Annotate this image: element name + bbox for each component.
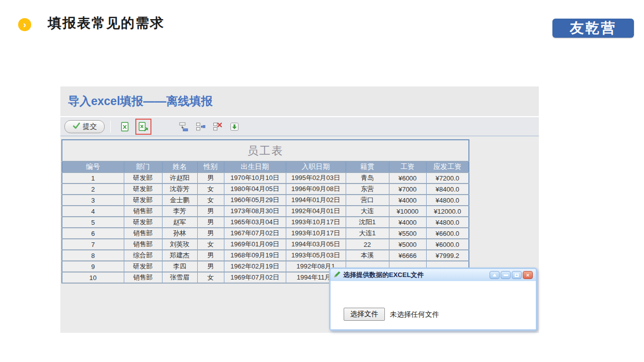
- table-cell: 女: [197, 195, 224, 206]
- table-cell: 1962年02月19日: [224, 261, 286, 272]
- table-cell: 东营: [346, 184, 389, 195]
- table-cell: ¥6666: [389, 250, 426, 261]
- table-cell: 男: [197, 228, 224, 239]
- table-cell: ¥6600.0: [426, 228, 469, 239]
- table-cell: 1993年10月17日: [286, 228, 346, 239]
- table-cell: 刘英玫: [162, 239, 197, 250]
- minimize-icon: [504, 275, 508, 276]
- submit-button[interactable]: 提交: [64, 120, 105, 133]
- table-cell: ¥4000: [389, 195, 426, 206]
- table-row: 3研发部金士鹏女1960年05月29日1994年01月02日营口¥4000¥48…: [62, 195, 469, 206]
- table-row: 8综合部郑建杰男1968年09月19日1993年05月03日本溪¥6666¥79…: [62, 250, 469, 261]
- table-cell: 2: [62, 184, 124, 195]
- table-cell: 沈阳1: [346, 217, 389, 228]
- table-cell: 销售部: [124, 206, 162, 217]
- table-cell: 销售部: [124, 228, 162, 239]
- table-row: 6销售部孙林男1967年07月02日1993年10月17日大连1¥5500¥66…: [62, 228, 469, 239]
- chevron-bullet-icon: ›: [18, 18, 31, 31]
- table-cell: ¥7200.0: [426, 172, 469, 184]
- slide-title: 填报表常见的需求: [48, 14, 165, 32]
- check-icon: [72, 122, 80, 131]
- table-cell: 1992年04月01日: [286, 206, 346, 217]
- dialog-title: 选择提供数据的EXCEL文件: [343, 270, 489, 280]
- table-cell: 张雪眉: [162, 272, 197, 283]
- table-cell: 1996年09月08日: [286, 184, 346, 195]
- highlight-box: [135, 119, 151, 135]
- table-cell: 1980年04月05日: [224, 184, 286, 195]
- table-cell: ¥4800.0: [426, 217, 469, 228]
- column-header: 应发工资: [426, 161, 469, 172]
- table-cell: ¥7999.2: [426, 250, 469, 261]
- table-cell: 5: [62, 217, 124, 228]
- employee-table: 员工表 编号部门姓名性别出生日期入职日期籍贯工资应发工资 1研发部许赵阳男197…: [61, 139, 469, 284]
- table-cell: 青岛: [346, 172, 389, 184]
- table-cell: 3: [62, 195, 124, 206]
- close-button[interactable]: ×: [523, 271, 533, 279]
- table-cell: 1: [62, 172, 124, 184]
- table-cell: 研发部: [124, 195, 162, 206]
- maximize-button[interactable]: [512, 271, 522, 279]
- table-cell: 赵军: [162, 217, 197, 228]
- toolbar: 提交: [60, 117, 539, 136]
- table-cell: ¥12000.0: [426, 206, 469, 217]
- column-header: 编号: [62, 161, 124, 172]
- table-cell: 女: [197, 272, 224, 283]
- column-header: 性别: [197, 161, 224, 172]
- table-cell: 研发部: [124, 261, 162, 272]
- table-cell: 8: [62, 250, 124, 261]
- table-cell: 销售部: [124, 272, 162, 283]
- download-icon[interactable]: [228, 120, 241, 133]
- table-cell: 沈蓉芳: [162, 184, 197, 195]
- column-header: 籍贯: [346, 161, 389, 172]
- table-cell: 许赵阳: [162, 172, 197, 184]
- table-cell: 研发部: [124, 217, 162, 228]
- table-cell: 李四: [162, 261, 197, 272]
- table-cell: 男: [197, 217, 224, 228]
- excel-import-icon[interactable]: [137, 120, 150, 133]
- table-cell: 10: [62, 272, 124, 283]
- table-cell: 女: [197, 239, 224, 250]
- table-row: 1研发部许赵阳男1970年10月10日1995年02月03日青岛¥6000¥72…: [62, 172, 469, 184]
- table-cell: ¥5000: [389, 239, 426, 250]
- table-cell: 综合部: [124, 250, 162, 261]
- table-cell: 22: [346, 239, 389, 250]
- table-cell: 1967年07月02日: [224, 228, 286, 239]
- table-cell: ¥7000: [389, 184, 426, 195]
- column-header: 工资: [389, 161, 426, 172]
- choose-file-button[interactable]: 选择文件: [344, 308, 385, 321]
- table-cell: 男: [197, 261, 224, 272]
- table-cell: 7: [62, 239, 124, 250]
- toolbar-separator: [110, 121, 111, 133]
- excel-export-icon[interactable]: [118, 120, 131, 133]
- column-header: 入职日期: [286, 161, 346, 172]
- table-cell: ¥6000.0: [426, 239, 469, 250]
- insert-row-icon[interactable]: [194, 120, 207, 133]
- submit-button-label: 提交: [83, 122, 97, 131]
- brand-logo: 友乾营: [552, 19, 634, 38]
- table-cell: 9: [62, 261, 124, 272]
- table-cell: 大连: [346, 206, 389, 217]
- no-file-label: 未选择任何文件: [390, 308, 439, 321]
- dialog-titlebar[interactable]: 选择提供数据的EXCEL文件 ×: [331, 269, 536, 281]
- maximize-icon: [515, 274, 519, 277]
- table-cell: 金士鹏: [162, 195, 197, 206]
- insert-child-row-icon[interactable]: [177, 120, 190, 133]
- table-cell: 1969年01月09日: [224, 239, 286, 250]
- table-cell: 1993年10月17日: [286, 217, 346, 228]
- table-cell: 销售部: [124, 239, 162, 250]
- table-cell: 男: [197, 172, 224, 184]
- delete-row-icon[interactable]: [211, 120, 224, 133]
- table-cell: 1994年01月02日: [286, 195, 346, 206]
- table-title: 员工表: [62, 140, 469, 161]
- table-cell: ¥4800.0: [426, 195, 469, 206]
- dialog-body: 选择文件 未选择任何文件: [331, 281, 536, 329]
- table-cell: 孙林: [162, 228, 197, 239]
- table-cell: 李芳: [162, 206, 197, 217]
- collapse-button[interactable]: [490, 271, 500, 279]
- table-cell: 6: [62, 228, 124, 239]
- table-cell: 郑建杰: [162, 250, 197, 261]
- table-title-row: 员工表: [62, 140, 469, 161]
- minimize-button[interactable]: [501, 271, 511, 279]
- table-header-row: 编号部门姓名性别出生日期入职日期籍贯工资应发工资: [62, 161, 469, 172]
- table-cell: 本溪: [346, 250, 389, 261]
